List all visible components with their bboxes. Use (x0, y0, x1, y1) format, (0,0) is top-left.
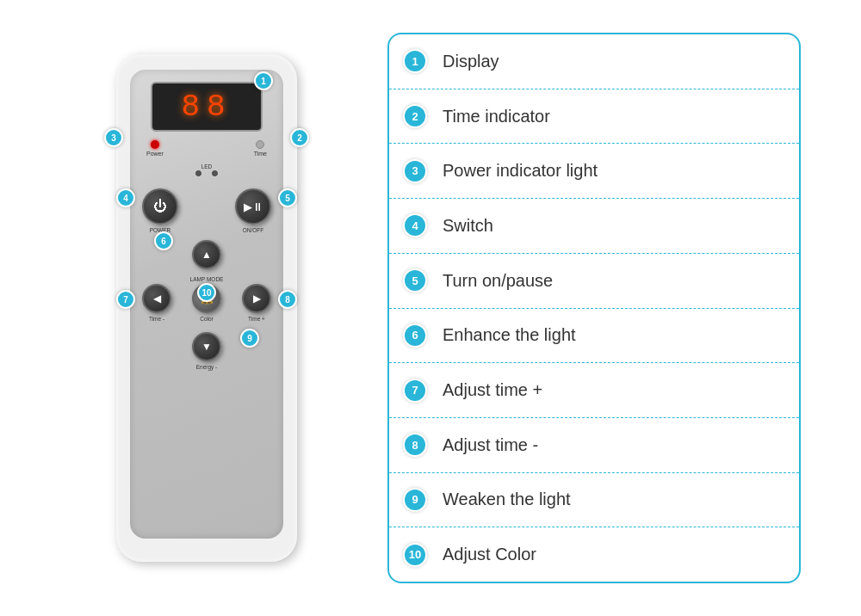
power-symbol: ⏻ (153, 199, 167, 214)
enhance-symbol: ▲ (201, 249, 212, 261)
legend-item-text: Time indicator (443, 107, 550, 126)
badge-10: 10 (197, 283, 216, 302)
time-label: Time (254, 151, 267, 157)
legend-row: 8Adjust time - (389, 418, 799, 473)
legend-item-text: Adjust time - (443, 435, 538, 455)
legend-badge: 1 (403, 49, 427, 73)
remote-wrap: 88 1 3 Power 2 Tim (60, 24, 353, 592)
legend-row: 5Turn on/pause (389, 254, 799, 309)
legend-item-text: Adjust Color (443, 545, 536, 564)
power-btn[interactable]: ⏻ POWER (142, 188, 178, 233)
legend-row: 3Power indicator light (389, 144, 799, 199)
energy-row: 9 ▼ Energy - (142, 332, 271, 370)
power-label: Power (146, 151, 164, 157)
onoff-btn[interactable]: ▶⏸ ON/OFF (235, 188, 271, 233)
energy-minus-label: Energy - (196, 364, 218, 370)
badge-6: 6 (154, 231, 173, 250)
onoff-btn-label: ON/OFF (243, 227, 264, 233)
time-plus-circle[interactable]: ▶ (242, 284, 271, 313)
legend-item-text: Turn on/pause (443, 271, 553, 291)
enhance-row: 6 ▲ (142, 240, 271, 269)
lamp-mode-label: LAMP MODE (142, 276, 271, 282)
display-area: 88 1 (151, 82, 263, 132)
time-minus-symbol: ◀ (153, 293, 161, 305)
badge-2: 2 (290, 128, 309, 147)
lamp-mode-section: LAMP MODE 7 8 10 ◀ Time - (142, 276, 271, 329)
badge-5: 5 (278, 188, 297, 207)
power-dot (151, 140, 159, 149)
legend-row: 6Enhance the light (389, 309, 799, 364)
time-plus-symbol: ▶ (253, 293, 261, 305)
legend-badge: 6 (403, 323, 427, 348)
time-plus-btn[interactable]: ▶ Time + (242, 284, 271, 322)
legend-badge: 9 (403, 488, 427, 512)
badge-8: 8 (278, 290, 297, 309)
legend-row: 9Weaken the light (389, 473, 799, 528)
legend-badge: 4 (403, 213, 427, 237)
legend-item-text: Enhance the light (443, 325, 576, 345)
led-dot-2 (212, 170, 218, 176)
legend-item-text: Power indicator light (443, 161, 598, 181)
legend-item-text: Switch (443, 216, 493, 236)
energy-symbol: ▼ (201, 341, 212, 353)
badge-4: 4 (116, 188, 135, 207)
legend-badge: 8 (403, 433, 427, 457)
enhance-btn[interactable]: ▲ (192, 240, 221, 269)
time-plus-label: Time + (248, 316, 265, 322)
time-minus-btn[interactable]: ◀ Time - (142, 284, 171, 322)
indicator-row: 3 Power 2 Time (146, 140, 267, 157)
legend-row: 1Display (389, 34, 799, 89)
power-indicator: 3 Power (146, 140, 164, 157)
legend-badge: 10 (403, 543, 427, 567)
legend-row: 7Adjust time + (389, 363, 799, 418)
display-digits: 88 (181, 89, 232, 125)
energy-circle[interactable]: ▼ (192, 332, 221, 361)
legend-badge: 2 (403, 104, 427, 128)
legend-row: 2Time indicator (389, 89, 799, 145)
power-onoff-row: 4 5 ⏻ POWER ▶⏸ ON/OFF (142, 188, 271, 233)
badge-3: 3 (104, 128, 123, 147)
time-minus-label: Time - (149, 316, 164, 322)
led-row (195, 170, 218, 176)
legend-badge: 5 (403, 268, 427, 293)
remote-panel: 88 1 3 Power 2 Tim (130, 70, 283, 539)
legend-row: 4Switch (389, 199, 799, 254)
energy-minus-btn[interactable]: ▼ Energy - (192, 332, 221, 370)
main-container: 88 1 3 Power 2 Tim (17, 15, 844, 601)
led-row-wrap: LED (195, 162, 218, 182)
legend-table: 1Display2Time indicator3Power indicator … (387, 33, 801, 583)
onoff-circle[interactable]: ▶⏸ (235, 188, 271, 225)
power-circle[interactable]: ⏻ (142, 188, 178, 225)
color-label: Color (200, 316, 214, 322)
legend-item-text: Adjust time + (443, 380, 542, 400)
legend-row: 10Adjust Color (389, 527, 799, 582)
remote-control: 88 1 3 Power 2 Tim (116, 54, 297, 562)
time-indicator: 2 Time (254, 140, 267, 157)
time-minus-circle[interactable]: ◀ (142, 284, 171, 313)
onoff-symbol: ▶⏸ (244, 200, 263, 213)
badge-1: 1 (254, 71, 273, 90)
legend-badge: 3 (403, 159, 427, 183)
legend-item-text: Display (443, 52, 499, 71)
legend-item-text: Weaken the light (443, 490, 571, 509)
legend-badge: 7 (403, 379, 427, 403)
enhance-circle[interactable]: ▲ (192, 240, 221, 269)
badge-9: 9 (240, 329, 259, 348)
led-dot-1 (195, 170, 201, 176)
time-dot (256, 140, 264, 149)
led-label: LED (201, 163, 213, 169)
badge-7: 7 (116, 290, 135, 309)
